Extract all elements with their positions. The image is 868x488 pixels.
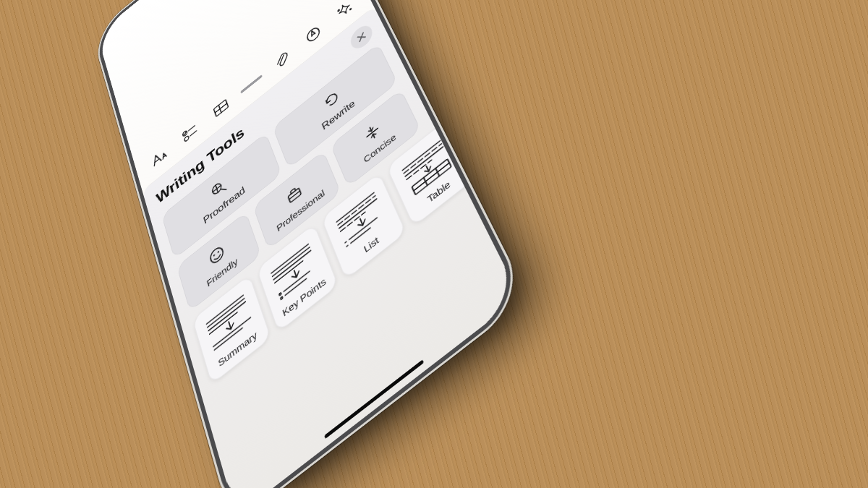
svg-line-45 bbox=[345, 241, 346, 242]
svg-line-3 bbox=[190, 131, 197, 136]
svg-line-28 bbox=[229, 322, 231, 328]
svg-point-9 bbox=[349, 8, 351, 10]
svg-line-57 bbox=[435, 168, 439, 176]
svg-line-21 bbox=[370, 127, 372, 130]
list-preview-icon bbox=[331, 186, 391, 254]
close-icon bbox=[355, 30, 367, 44]
svg-line-1 bbox=[189, 126, 195, 131]
svg-line-32 bbox=[273, 247, 310, 276]
keypoints-preview-icon bbox=[265, 237, 324, 306]
svg-line-47 bbox=[346, 246, 348, 247]
svg-point-18 bbox=[218, 252, 218, 252]
screen: prepo to sort out bbox=[97, 0, 520, 488]
svg-line-42 bbox=[339, 199, 377, 228]
svg-line-6 bbox=[218, 106, 221, 113]
checklist-icon bbox=[180, 120, 200, 146]
svg-point-8 bbox=[338, 9, 340, 12]
table-icon bbox=[210, 95, 231, 121]
svg-line-25 bbox=[208, 299, 244, 328]
svg-line-44 bbox=[360, 219, 362, 224]
svg-line-41 bbox=[338, 196, 375, 226]
svg-point-17 bbox=[213, 255, 214, 256]
summary-preview-icon bbox=[201, 288, 258, 357]
text-format-icon bbox=[149, 144, 169, 171]
svg-line-56 bbox=[424, 178, 427, 186]
svg-point-2 bbox=[184, 135, 190, 142]
svg-line-31 bbox=[271, 244, 308, 273]
paperclip-icon bbox=[271, 47, 293, 73]
table-preview-icon bbox=[396, 134, 459, 202]
svg-line-40 bbox=[336, 193, 374, 222]
svg-line-35 bbox=[294, 270, 297, 276]
svg-line-23 bbox=[373, 134, 375, 138]
list-label: List bbox=[362, 234, 380, 254]
iphone-device: prepo to sort out bbox=[97, 0, 520, 488]
svg-point-36 bbox=[279, 293, 281, 296]
svg-point-16 bbox=[209, 245, 224, 265]
ai-sparkle-icon bbox=[333, 0, 356, 22]
markup-icon bbox=[302, 22, 324, 47]
svg-line-53 bbox=[426, 166, 428, 171]
keyboard-handle[interactable] bbox=[240, 74, 263, 94]
svg-line-49 bbox=[402, 141, 440, 171]
svg-line-15 bbox=[221, 186, 226, 193]
svg-line-24 bbox=[206, 295, 243, 324]
svg-point-38 bbox=[281, 296, 283, 300]
